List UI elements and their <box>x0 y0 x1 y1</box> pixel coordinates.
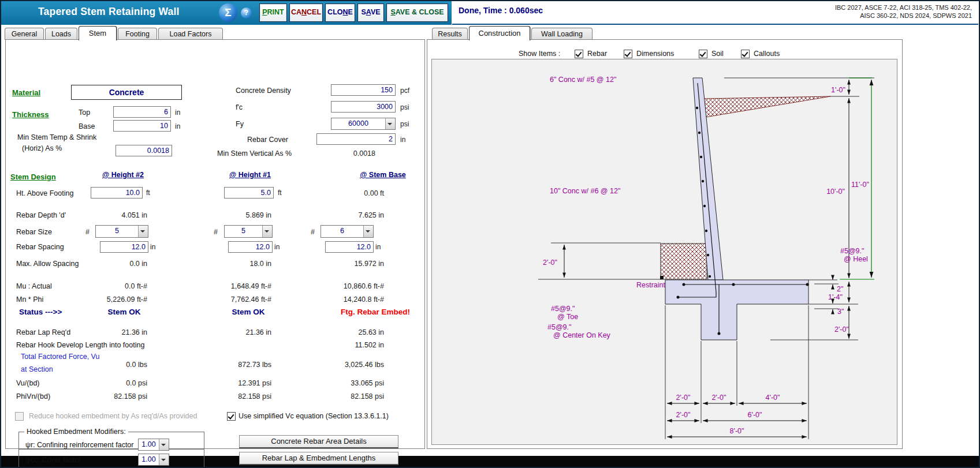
mn-label: Mn * Phi <box>16 295 43 304</box>
tab-wall-loading[interactable]: Wall Loading <box>531 28 593 40</box>
min-vertical-as-value: 0.0018 <box>329 149 375 158</box>
rebar-lap-h2: 21.36 in <box>72 328 147 336</box>
max-spacing-h2: 0.0 in <box>72 260 147 268</box>
col-header-stem-base[interactable]: @ Stem Base <box>354 171 412 179</box>
rebar-spacing-base-input[interactable] <box>325 241 374 253</box>
col-header-height2[interactable]: @ Height #2 <box>94 171 152 179</box>
dim-heel-width: 4'-0" <box>766 394 780 402</box>
rebar-size-h1-dropdown[interactable]: 5 <box>224 225 273 238</box>
mu-h1: 1,648.49 ft-# <box>196 282 271 290</box>
dim-toe-width-2: 2'-0" <box>676 411 691 419</box>
callout-stem-base: 10" Conc w/ #6 @ 12" <box>550 187 620 195</box>
fy-dropdown[interactable]: 60000 <box>331 118 396 130</box>
rebar-depth-base: 7.625 in <box>309 211 384 219</box>
app-window: Tapered Stem Retaining Wall Σ ? PRINT CA… <box>0 0 980 468</box>
rebar-size-h2-dropdown[interactable]: 5 <box>95 225 148 238</box>
callout-toe-loc: @ Toe <box>557 313 578 321</box>
total-factored-label: Total Factored Force, Vu <box>21 353 99 361</box>
construction-drawing: 6" Conc w/ #5 @ 12" 10" Conc w/ #6 @ 12"… <box>431 59 898 448</box>
help-icon[interactable]: ? <box>241 8 252 18</box>
mn-h1: 7,762.46 ft-# <box>196 295 271 304</box>
save-and-close-button[interactable]: SAVE & CLOSE <box>386 3 448 22</box>
dim-retained-height: 10'-0" <box>826 188 845 196</box>
concrete-density-label: Concrete Density <box>236 87 291 95</box>
min-temp-input[interactable] <box>115 145 172 156</box>
rebar-spacing-h2-unit: in <box>150 243 155 251</box>
rebar-cover-input[interactable] <box>316 133 396 145</box>
show-soil-checkbox[interactable] <box>699 50 707 58</box>
chevron-down-icon[interactable] <box>262 226 272 237</box>
tab-results[interactable]: Results <box>432 28 468 40</box>
material-value-box[interactable]: Concrete <box>71 85 182 100</box>
rebar-depth-h2: 4.051 in <box>72 211 147 219</box>
save-button[interactable]: SAVE <box>357 3 384 22</box>
mu-label: Mu : Actual <box>16 282 52 290</box>
clone-button[interactable]: CLONE <box>325 3 355 22</box>
phivn-h2: 82.158 psi <box>72 392 147 400</box>
callout-toe-bar: #5@9." <box>551 305 575 313</box>
status-label: Status --->> <box>19 308 62 316</box>
phivn-base: 82.158 psi <box>309 392 384 400</box>
phivn-label: PhiVn/(bd) <box>16 392 50 400</box>
thickness-top-input[interactable] <box>113 106 171 118</box>
psi-r-dropdown[interactable]: 1.00 <box>138 439 169 451</box>
design-codes-text: IBC 2027, ASCE 7-22, ACI 318-25, TMS 402… <box>835 3 972 20</box>
rebar-lap-embedment-lengths-button[interactable]: Rebar Lap & Embedment Lengths <box>239 452 398 465</box>
tab-stem[interactable]: Stem <box>79 26 117 40</box>
fc-input[interactable] <box>331 101 396 113</box>
dim-toe-width: 2'-0" <box>676 394 691 402</box>
concrete-rebar-area-details-button[interactable]: Concrete Rebar Area Details <box>239 435 398 448</box>
title-bar: Tapered Stem Retaining Wall Σ ? PRINT CA… <box>1 1 452 25</box>
thickness-label: Thickness <box>12 110 49 119</box>
show-rebar-label: Rebar <box>587 50 607 58</box>
tab-loads[interactable]: Loads <box>45 28 77 40</box>
min-temp-label-1: Min Stem Temp & Shrink <box>17 133 96 141</box>
chevron-down-icon[interactable] <box>363 226 373 237</box>
height1-input[interactable] <box>224 187 274 199</box>
thickness-base-input[interactable] <box>113 120 171 132</box>
show-soil-label: Soil <box>711 50 724 58</box>
show-callouts-checkbox[interactable] <box>741 50 750 58</box>
chevron-down-icon[interactable] <box>159 439 169 450</box>
stem-design-label: Stem Design <box>10 173 56 181</box>
show-rebar-checkbox[interactable] <box>575 50 583 58</box>
cancel-button[interactable]: CANCEL <box>289 3 323 22</box>
show-items-label: Show Items : <box>519 50 560 58</box>
dim-ftg-top-cover: 2" <box>837 285 843 293</box>
height1-unit: ft <box>278 189 282 197</box>
thickness-top-label: Top <box>79 108 90 117</box>
vu-base: 3,025.46 lbs <box>309 361 384 369</box>
dim-ftg-thickness: 1'-4" <box>828 293 843 301</box>
hook-develop-label: Rebar Hook Develop Length into footing <box>16 341 144 349</box>
chevron-down-icon[interactable] <box>159 454 169 465</box>
min-temp-label-2: (Horiz) As % <box>22 144 62 152</box>
chevron-down-icon[interactable] <box>138 226 148 237</box>
col-header-height1[interactable]: @ Height #1 <box>221 171 279 179</box>
height2-input[interactable] <box>91 187 143 199</box>
psi-cc-dropdown[interactable]: 1.00 <box>138 454 169 466</box>
fy-unit: psi <box>400 120 409 128</box>
show-dimensions-label: Dimensions <box>636 50 674 58</box>
rebar-spacing-h1-input[interactable] <box>228 241 273 253</box>
vubd-h2: 0.0 psi <box>72 379 147 387</box>
show-dimensions-checkbox[interactable] <box>624 50 632 58</box>
print-button[interactable]: PRINT <box>259 3 287 22</box>
tab-footing[interactable]: Footing <box>118 28 157 40</box>
tab-construction[interactable]: Construction <box>469 26 530 40</box>
hash-base: # <box>311 228 315 236</box>
concrete-density-input[interactable] <box>331 84 396 96</box>
chevron-down-icon[interactable] <box>385 118 395 129</box>
window-title: Tapered Stem Retaining Wall <box>38 6 180 18</box>
thickness-top-unit: in <box>175 108 180 117</box>
tab-load-factors[interactable]: Load Factors <box>158 28 223 40</box>
tab-general[interactable]: General <box>5 28 44 40</box>
stem-tab-panel: Material Concrete Concrete Density pcf T… <box>5 39 425 449</box>
sigma-icon[interactable]: Σ <box>219 3 237 22</box>
reduce-embedment-label: Reduce hooked embedment by As req'd/As p… <box>29 412 197 420</box>
rebar-spacing-h2-input[interactable] <box>100 241 148 253</box>
reduce-embedment-checkbox[interactable] <box>15 412 24 421</box>
simplified-vc-checkbox[interactable] <box>227 412 236 421</box>
rebar-size-base-dropdown[interactable]: 6 <box>321 225 374 238</box>
hash-h1: # <box>214 228 218 236</box>
max-spacing-base: 15.972 in <box>309 260 384 268</box>
